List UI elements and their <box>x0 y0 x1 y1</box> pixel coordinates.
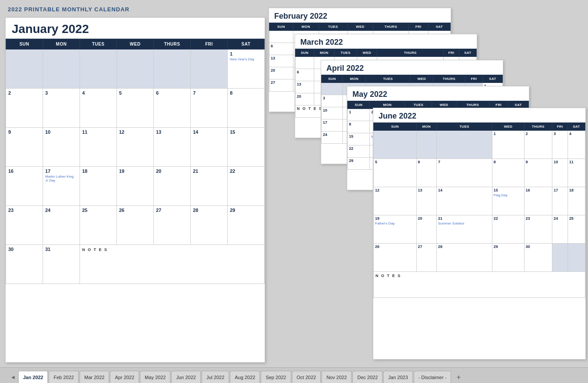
jan-cell-31: 31 <box>43 245 80 284</box>
notes-label: N O T E S <box>375 274 401 278</box>
apr-header-tue: TUES <box>366 75 410 83</box>
jun-cell-15: 15 Flag Day <box>492 187 524 215</box>
may-title: May 2022 <box>347 86 529 101</box>
tab-dec-2022[interactable]: Dec 2022 <box>352 371 382 383</box>
mar-cell: 20 <box>296 93 314 106</box>
apr-header-wed: WED <box>410 75 433 83</box>
feb-sun-col <box>269 31 293 43</box>
table-row: 26 27 28 29 30 <box>374 244 585 272</box>
table-row: 1 2 3 4 <box>374 131 585 159</box>
jan-cell-28: 28 <box>191 206 228 245</box>
tab-jan-2022[interactable]: Jan 2022 <box>18 371 48 383</box>
jun-cell-21: 21 Summer Solstice <box>437 215 492 244</box>
jan-cell-1: 1 New Year's Day <box>228 50 265 89</box>
tab-disclaimer[interactable]: - Disclaimer - <box>414 371 452 383</box>
jan-cell-27: 27 <box>154 206 191 245</box>
jan-cell-10: 10 <box>43 128 80 167</box>
jun-cell-27: 27 <box>416 244 437 272</box>
jan-cell-24: 24 <box>43 206 80 245</box>
tab-feb-2022[interactable]: Feb 2022 <box>49 371 78 383</box>
feb-header-fri: FRI <box>409 23 428 31</box>
jun-cell-25: 25 <box>568 215 585 244</box>
jan-cell-22: 22 <box>228 167 265 206</box>
may-cell-29: 29 <box>348 158 370 170</box>
mar-header-wed: WED <box>357 49 377 57</box>
tab-nov-2022[interactable]: Nov 2022 <box>322 371 352 383</box>
table-row: 30 31 N O T E S <box>6 245 265 284</box>
apr-cell-empty <box>322 83 343 95</box>
feb-cell: 27 <box>269 79 293 92</box>
holiday-solstice: Summer Solstice <box>438 221 491 225</box>
main-area: 2022 PRINTABLE MONTHLY CALENDAR January … <box>0 0 588 367</box>
jun-cell-12: 12 <box>374 187 417 215</box>
mar-cell: 13 <box>296 81 314 93</box>
jan-cell-6: 6 <box>154 89 191 128</box>
tab-may-2022[interactable]: May 2022 <box>140 371 170 383</box>
jan-cell-25: 25 <box>80 206 117 245</box>
apr-header-sun: SUN <box>322 75 343 83</box>
tab-jan-2023[interactable]: Jan 2023 <box>383 371 412 383</box>
apr-header-fri: FRI <box>465 75 482 83</box>
notes-label: N O T E S <box>297 106 322 111</box>
jun-cell-24: 24 <box>552 215 568 244</box>
jan-header-sat: SAT <box>228 39 265 50</box>
may-cell-8: 8 <box>348 121 370 133</box>
feb-header-sun: SUN <box>269 23 293 31</box>
jun-cell-29: 29 <box>492 244 524 272</box>
jan-header-tue: TUES <box>80 39 117 50</box>
tab-jun-2022[interactable]: Jun 2022 <box>171 371 200 383</box>
jan-cell-16: 16 <box>6 167 43 206</box>
apr-cell-17: 17 <box>322 119 343 132</box>
mar-header-fri: FRI <box>444 49 459 57</box>
mar-cell <box>296 57 314 69</box>
jan-header-wed: WED <box>117 39 154 50</box>
jun-cell-7: 7 <box>437 159 492 187</box>
tab-apr-2022[interactable]: Apr 2022 <box>110 371 139 383</box>
add-tab-button[interactable]: + <box>453 372 464 383</box>
jun-header-fri: FRI <box>552 123 568 131</box>
table-row: 23 24 25 26 27 28 29 <box>6 206 265 245</box>
feb-cell: 13 <box>269 55 293 67</box>
jan-cell-3: 3 <box>43 89 80 128</box>
jan-header-thu: THURS <box>154 39 191 50</box>
mar-header-thu: THURS <box>377 49 444 57</box>
jun-notes: N O T E S <box>374 272 585 298</box>
tab-nav-left[interactable]: ◀ <box>9 371 17 383</box>
jun-cell-26: 26 <box>374 244 417 272</box>
apr-header-thu: THURS <box>433 75 465 83</box>
jun-cell-1: 1 <box>492 131 524 159</box>
jun-cell-empty <box>437 131 492 159</box>
june-calendar: June 2022 SUN MON TUES WED THURS FRI SAT <box>373 108 586 360</box>
jan-cell-5: 5 <box>117 89 154 128</box>
table-row: 16 17 Martin Luther King Jr Day 18 19 20… <box>6 167 265 206</box>
jan-cell-26: 26 <box>117 206 154 245</box>
tab-bar: ◀ Jan 2022 Feb 2022 Mar 2022 Apr 2022 Ma… <box>0 367 588 383</box>
jan-cell-17: 17 Martin Luther King Jr Day <box>43 167 80 206</box>
tab-oct-2022[interactable]: Oct 2022 <box>292 371 321 383</box>
jan-cell-20: 20 <box>154 167 191 206</box>
tab-aug-2022[interactable]: Aug 2022 <box>230 371 260 383</box>
jan-cell-empty <box>80 50 117 89</box>
feb-cell: 6 <box>269 43 293 55</box>
february-title: February 2022 <box>269 8 451 23</box>
jun-cell-14: 14 <box>437 187 492 215</box>
jan-cell-29: 29 <box>228 206 265 245</box>
table-row: 19 Father's Day 20 21 Summer Solstice 22… <box>374 215 585 244</box>
jan-cell-empty <box>6 50 43 89</box>
holiday-newyear: New Year's Day <box>230 57 262 61</box>
tab-sep-2022[interactable]: Sep 2022 <box>261 371 291 383</box>
tab-jul-2022[interactable]: Jul 2022 <box>202 371 229 383</box>
chevron-left-icon: ◀ <box>11 375 15 380</box>
jun-cell-16: 16 <box>524 187 552 215</box>
jun-header-thu: THURS <box>524 123 552 131</box>
tab-mar-2022[interactable]: Mar 2022 <box>80 371 109 383</box>
mar-header-sat: SAT <box>459 49 476 57</box>
apr-cell-10: 10 <box>322 107 343 119</box>
holiday-flagday: Flag Day <box>494 193 523 197</box>
feb-cell: 20 <box>269 67 293 79</box>
january-grid: SUN MON TUES WED THURS FRI SAT <box>6 39 265 284</box>
jan-cell-8: 8 <box>228 89 265 128</box>
apr-header-sat: SAT <box>483 75 503 83</box>
table-row: N O T E S <box>374 272 585 298</box>
jun-cell-3: 3 <box>552 131 568 159</box>
